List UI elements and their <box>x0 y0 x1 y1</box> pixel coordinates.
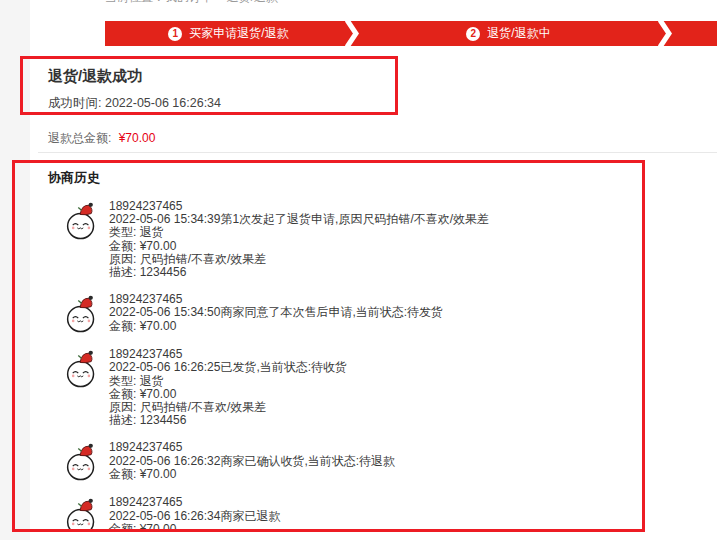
santa-mascot-icon <box>63 200 100 241</box>
entry-id: 18924237465 <box>109 496 280 509</box>
step-1-badge: 1 <box>168 27 182 41</box>
entry-status: 2022-05-06 15:34:50商家同意了本次售后申请,当前状态:待发货 <box>109 306 443 319</box>
refund-progress-stepper: 1 买家申请退货/退款 2 退货/退款中 <box>105 21 717 46</box>
history-list: 18924237465 2022-05-06 15:34:39第1次发起了退货申… <box>63 200 642 532</box>
santa-mascot-icon <box>63 348 100 389</box>
entry-details: 类型: 退货金额: ¥70.00原因: 尺码拍错/不喜欢/效果差描述: 1234… <box>109 375 347 428</box>
entry-detail-line: 描述: 1234456 <box>109 414 347 427</box>
entry-detail-line: 金额: ¥70.00 <box>109 320 443 333</box>
entry-detail-line: 描述: 1234456 <box>109 266 489 279</box>
history-entry: 18924237465 2022-05-06 16:26:32商家已确认收货,当… <box>63 441 642 482</box>
entry-detail-line: 金额: ¥70.00 <box>109 240 489 253</box>
entry-status: 2022-05-06 16:26:34商家已退款 <box>109 510 280 523</box>
negotiation-history-title: 协商历史 <box>48 169 642 187</box>
refund-success-annotation-box: 退货/退款成功 成功时间: 2022-05-06 16:26:34 <box>20 56 398 115</box>
history-entry: 18924237465 2022-05-06 15:34:39第1次发起了退货申… <box>63 200 642 279</box>
history-entry: 18924237465 2022-05-06 16:26:25已发货,当前状态:… <box>63 348 642 427</box>
refund-success-title: 退货/退款成功 <box>48 67 395 86</box>
step-refund-in-progress: 2 退货/退款中 <box>352 21 665 46</box>
section-divider <box>38 152 717 153</box>
refund-total-label: 退款总金额: <box>48 131 111 145</box>
chevron-right-icon <box>344 21 360 46</box>
santa-mascot-icon <box>63 441 100 482</box>
entry-details: 金额: ¥70.00 <box>109 523 280 532</box>
santa-mascot-icon <box>63 293 100 334</box>
entry-detail-line: 类型: 退货 <box>109 375 347 388</box>
entry-id: 18924237465 <box>109 441 395 454</box>
entry-detail-line: 类型: 退货 <box>109 226 489 239</box>
history-entry: 18924237465 2022-05-06 15:34:50商家同意了本次售后… <box>63 293 642 334</box>
entry-details: 类型: 退货金额: ¥70.00原因: 尺码拍错/不喜欢/效果差描述: 1234… <box>109 226 489 279</box>
step-buyer-apply: 1 买家申请退货/退款 <box>105 21 352 46</box>
step-2-label: 退货/退款中 <box>487 25 550 42</box>
santa-mascot-icon <box>63 496 100 532</box>
breadcrumb-text[interactable]: 当前位置：我的订单 > 退货/退款 <box>105 0 278 5</box>
entry-details: 金额: ¥70.00 <box>109 320 443 333</box>
entry-status: 2022-05-06 16:26:32商家已确认收货,当前状态:待退款 <box>109 455 395 468</box>
entry-detail-line: 金额: ¥70.00 <box>109 468 395 481</box>
negotiation-history-annotation-box: 协商历史 18924237465 2022-05-06 15:34:39第1次发… <box>12 160 645 532</box>
entry-detail-line: 金额: ¥70.00 <box>109 523 280 532</box>
refund-success-time: 成功时间: 2022-05-06 16:26:34 <box>48 95 395 112</box>
entry-details: 金额: ¥70.00 <box>109 468 395 481</box>
history-entry: 18924237465 2022-05-06 16:26:34商家已退款 金额:… <box>63 496 642 532</box>
step-2-badge: 2 <box>466 27 480 41</box>
refund-total-amount: ¥70.00 <box>119 131 156 145</box>
breadcrumb[interactable]: 当前位置：我的订单 > 退货/退款 <box>105 0 505 5</box>
entry-status: 2022-05-06 15:34:39第1次发起了退货申请,原因尺码拍错/不喜欢… <box>109 213 489 226</box>
entry-status: 2022-05-06 16:26:25已发货,当前状态:待收货 <box>109 361 347 374</box>
refund-total-row: 退款总金额: ¥70.00 <box>48 130 155 147</box>
chevron-right-icon <box>657 21 673 46</box>
step-1-label: 买家申请退货/退款 <box>189 25 288 42</box>
